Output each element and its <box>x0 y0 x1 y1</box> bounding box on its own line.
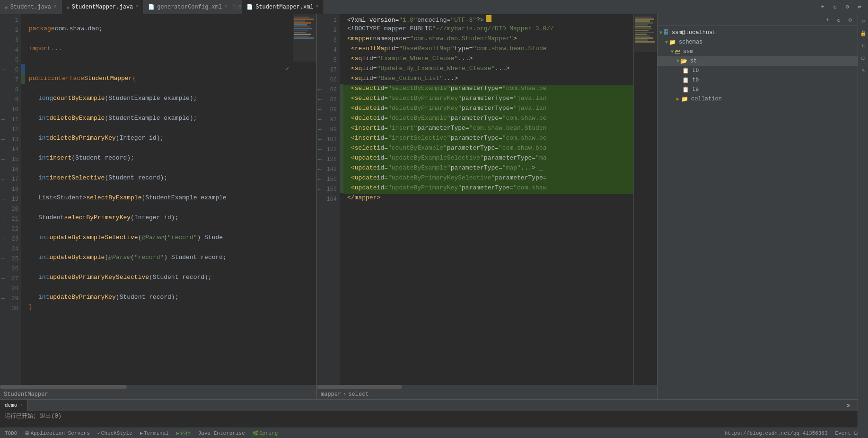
left-gutter: 1 2 3 4 5 → 6 7 8 9 10 → 11 <box>0 14 21 385</box>
tree-item-collation[interactable]: ▶ 📁 collation <box>658 94 868 104</box>
tab-student-java[interactable]: ☕ Student.java × <box>0 0 61 14</box>
tab-studentmapper-xml[interactable]: 📄 StudentMapper.xml × <box>242 0 324 14</box>
right-code-content[interactable]: <?xml version="1.0" encoding="UTF-8"?> <… <box>343 14 633 385</box>
tree-item-root[interactable]: ▼ 🗄 ssm@localhost <box>658 28 868 37</box>
status-run[interactable]: ▶ 运行 <box>176 429 191 437</box>
tree-item-te[interactable]: 📋 te <box>658 85 868 94</box>
sidebar-toolbar-btn-5[interactable]: ✎ <box>859 65 868 75</box>
minimap-line <box>294 32 306 33</box>
code-line-9: long countByExample(StudentExample examp… <box>25 95 293 105</box>
schemas-icon: 📁 <box>669 39 676 46</box>
plus-icon[interactable]: + <box>818 2 827 12</box>
terminal-tab-demo[interactable]: demo × <box>0 400 28 411</box>
breadcrumb-mapper: mapper <box>321 391 341 398</box>
status-terminal[interactable]: ▶ Terminal <box>140 430 169 436</box>
xml-line-159: <update id="updateByPrimaryKey" paramete… <box>343 184 633 194</box>
editor-toolbar: + ↻ ⚙ ⇄ <box>814 2 868 12</box>
tree-label: collation <box>691 96 722 102</box>
right-line-159: ← 159 <box>317 184 340 194</box>
sidebar-plus-icon[interactable]: + <box>823 15 832 25</box>
code-line-10 <box>25 105 293 115</box>
tree-label: tb <box>692 77 699 83</box>
tab-studentmapper-java[interactable]: ☕ StudentMapper.java × <box>61 0 143 14</box>
rdiff-15 <box>340 153 343 163</box>
line-8: 8 <box>0 85 21 95</box>
status-spring[interactable]: 🌿 Spring <box>253 430 278 436</box>
rdiff-3 <box>340 34 343 44</box>
sidebar-toolbar-btn-4[interactable]: ⊞ <box>859 53 868 63</box>
right-minimap <box>633 14 657 385</box>
xml-line-89: <delete id="deleteByPrimaryKey" paramete… <box>343 105 633 115</box>
tree-item-schemas[interactable]: ▼ 📁 schemas <box>658 37 868 47</box>
code-line-13: int deleteByPrimaryKey(Integer id); <box>25 134 293 144</box>
tree-label: te <box>692 86 699 93</box>
breadcrumb-text: StudentMapper <box>4 391 48 398</box>
right-breadcrumb: mapper › select <box>317 389 657 399</box>
sidebar-right-toolbar: ⚙ 🔒 ↻ ⊞ ✎ <box>858 14 868 399</box>
rdiff-9 <box>340 94 343 104</box>
database-tree[interactable]: ▼ 🗄 ssm@localhost ▼ 📁 schemas ▼ 🗃 ssm <box>658 26 868 399</box>
code-line-6: ✓ <box>25 65 293 75</box>
schema-icon: 🗃 <box>675 48 680 55</box>
line-24: 24 <box>0 244 21 254</box>
close-icon[interactable]: × <box>53 4 56 9</box>
right-line-89: ← 89 <box>317 105 340 115</box>
right-line-83: ← 83 <box>317 95 340 105</box>
left-code-content[interactable]: package com.shaw.dao; import ... ✓ publi… <box>25 14 293 385</box>
diff-3 <box>21 34 25 44</box>
line-20: 20 <box>0 204 21 214</box>
left-scrollbar[interactable] <box>0 385 316 389</box>
close-icon[interactable]: × <box>135 4 138 9</box>
status-checkstyle[interactable]: ✓ CheckStyle <box>97 430 132 436</box>
right-line-128: ← 128 <box>317 154 340 164</box>
tab-generatorconfig-xml[interactable]: 📄 generatorConfig.xml × <box>143 0 232 14</box>
folder-icon: ▶ <box>676 96 679 102</box>
minimap-line <box>294 30 308 31</box>
sidebar-settings-icon[interactable]: ⚙ <box>845 15 855 25</box>
settings-icon[interactable]: ⚙ <box>842 2 852 12</box>
sidebar-toolbar-btn-2[interactable]: 🔒 <box>859 28 868 38</box>
terminal-settings-icon[interactable]: ⚙ <box>843 401 853 410</box>
line-30: 30 <box>0 304 21 313</box>
rdiff-4 <box>340 44 343 54</box>
code-line-24 <box>25 244 293 254</box>
xml-line-83: <select id="selectByPrimaryKey" paramete… <box>343 95 633 105</box>
right-scroll-thumb[interactable] <box>317 385 402 389</box>
expand-icon: ▼ <box>659 30 662 36</box>
status-bar: TODO 🖥 Application Servers ✓ CheckStyle … <box>0 428 868 438</box>
status-java-enterprise[interactable]: Java Enterprise <box>198 430 245 436</box>
status-app-servers[interactable]: 🖥 Application Servers <box>25 430 89 436</box>
tree-item-st[interactable]: ▼ 📂 st <box>658 56 868 66</box>
tab-label: Student.java <box>10 4 51 10</box>
minimap-line <box>294 24 307 26</box>
left-diff-strip <box>21 14 25 385</box>
minimap-line <box>294 34 311 35</box>
left-scroll-thumb[interactable] <box>0 385 127 389</box>
refresh-icon[interactable]: ↻ <box>830 2 840 12</box>
rdiff-6 <box>340 64 343 74</box>
tree-item-tb1[interactable]: 📋 tb <box>658 66 868 75</box>
code-line-29: int updateByPrimaryKey(Student record); <box>25 294 293 304</box>
line-27: → 27 <box>0 274 21 284</box>
right-scrollbar[interactable] <box>317 385 657 389</box>
tree-item-tb2[interactable]: 📋 tb <box>658 75 868 85</box>
terminal-area: demo × ⚙ ⊞ 运行已开始; 退出(0) <box>0 399 868 428</box>
code-line-14 <box>25 144 293 154</box>
xml-line-142: <update id="updateByExample" parameterTy… <box>343 164 633 174</box>
sync-icon[interactable]: ⇄ <box>855 2 864 12</box>
sidebar-toolbar-btn-1[interactable]: ⚙ <box>859 16 868 26</box>
sidebar-refresh-icon[interactable]: ↻ <box>834 15 843 25</box>
right-line-150: ← 150 <box>317 174 340 184</box>
close-icon[interactable]: × <box>20 403 23 408</box>
expand-icon: ▼ <box>665 40 668 45</box>
status-todo[interactable]: TODO <box>5 430 17 436</box>
close-icon[interactable]: × <box>224 4 227 9</box>
tree-item-ssm[interactable]: ▼ 🗃 ssm <box>658 47 868 56</box>
line-29: → 29 <box>0 294 21 304</box>
code-line-28 <box>25 284 293 294</box>
line-19: → 19 <box>0 194 21 204</box>
table-icon: 📋 <box>682 77 689 84</box>
close-icon[interactable]: × <box>316 4 319 9</box>
minimap-line <box>635 37 653 39</box>
sidebar-toolbar-btn-3[interactable]: ↻ <box>859 41 868 50</box>
